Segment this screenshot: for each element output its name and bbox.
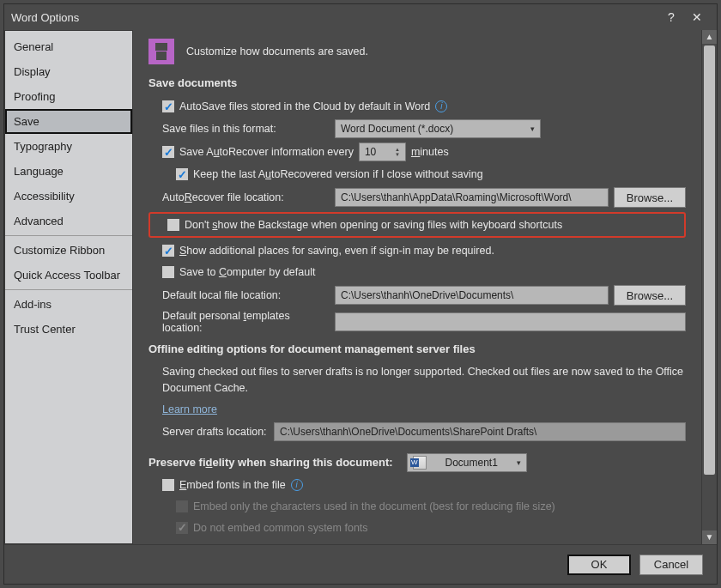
row-default-local: Default local file location: C:\Users\th… (148, 285, 686, 306)
input-templates[interactable] (335, 312, 686, 331)
label-embed-fonts: Embed fonts in the file (179, 479, 286, 491)
sidebar-item-save[interactable]: Save (5, 109, 132, 134)
help-button[interactable]: ? (658, 10, 684, 24)
content-wrap: Customize how documents are saved. Save … (133, 30, 717, 544)
chevron-down-icon: ▾ (530, 124, 535, 133)
label-server-drafts: Server drafts location: (162, 426, 269, 438)
row-no-common: Do not embed common system fonts (148, 519, 686, 536)
cancel-button[interactable]: Cancel (639, 555, 703, 575)
row-embed-fonts: Embed fonts in the file (148, 476, 686, 494)
sidebar-item-trust-center[interactable]: Trust Center (5, 317, 132, 342)
input-autorecover-value: 10 (365, 146, 376, 158)
label-no-common: Do not embed common system fonts (193, 522, 368, 534)
input-server-drafts: C:\Users\thanh\OneDrive\Documents\ShareP… (274, 422, 686, 441)
row-autorecover-location: AutoRecover file location: C:\Users\than… (148, 187, 686, 208)
select-file-format-value: Word Document (*.docx) (341, 123, 453, 135)
section-save-documents: Save documents (148, 76, 686, 89)
row-save-to-computer: Save to Computer by default (148, 264, 686, 281)
label-autorecover-location: AutoRecover file location: (162, 191, 330, 203)
row-show-additional: Show additional places for saving, even … (148, 242, 686, 259)
label-minutes: minutes (411, 146, 449, 158)
checkbox-embed-fonts[interactable] (162, 479, 174, 491)
sidebar-item-language[interactable]: Language (5, 159, 132, 184)
label-templates: Default personal templates location: (162, 310, 330, 334)
page-header: Customize how documents are saved. (148, 39, 686, 64)
close-button[interactable]: ✕ (684, 10, 710, 24)
sidebar-item-general[interactable]: General (5, 34, 132, 59)
window-title: Word Options (11, 11, 658, 24)
label-save-to-computer: Save to Computer by default (179, 266, 315, 278)
input-autorecover-minutes[interactable]: 10 ▲▼ (359, 142, 406, 161)
checkbox-embed-only (176, 500, 188, 512)
row-dont-show-backstage: Don't show the Backstage when opening or… (154, 216, 681, 233)
row-embed-only: Embed only the characters used in the do… (148, 498, 686, 515)
sidebar-divider (5, 235, 132, 236)
row-file-format: Save files in this format: Word Document… (148, 119, 686, 138)
input-default-local[interactable]: C:\Users\thanh\OneDrive\Documents\ (335, 286, 609, 305)
sidebar-item-advanced[interactable]: Advanced (5, 209, 132, 233)
dialog-footer: OK Cancel (4, 544, 717, 584)
sidebar: GeneralDisplayProofingSaveTypographyLang… (4, 30, 133, 544)
label-autosave-cloud: AutoSave files stored in the Cloud by de… (179, 100, 430, 112)
label-dont-show-backstage: Don't show the Backstage when opening or… (185, 219, 562, 231)
word-options-dialog: Word Options ? ✕ GeneralDisplayProofingS… (3, 3, 718, 585)
label-default-local: Default local file location: (162, 289, 330, 301)
sidebar-item-add-ins[interactable]: Add-ins (5, 292, 132, 317)
document-icon (413, 456, 427, 470)
info-icon[interactable] (435, 100, 447, 112)
scrollbar[interactable]: ▲ ▼ (701, 30, 717, 544)
row-keep-last: Keep the last AutoRecovered version if I… (148, 166, 686, 183)
row-templates: Default personal templates location: (148, 310, 686, 334)
highlighted-option: Don't show the Backstage when opening or… (148, 212, 686, 238)
save-disk-icon (148, 39, 174, 64)
sidebar-item-proofing[interactable]: Proofing (5, 84, 132, 109)
page-header-text: Customize how documents are saved. (186, 45, 368, 58)
checkbox-autosave-cloud[interactable] (162, 100, 174, 112)
ok-button[interactable]: OK (567, 555, 631, 575)
checkbox-no-common (176, 522, 188, 534)
scroll-up-arrow[interactable]: ▲ (702, 30, 717, 44)
offline-note: Saving checked out files to server draft… (148, 364, 686, 397)
checkbox-dont-show-backstage[interactable] (167, 219, 179, 231)
label-keep-last: Keep the last AutoRecovered version if I… (193, 168, 483, 180)
dialog-body: GeneralDisplayProofingSaveTypographyLang… (4, 30, 717, 544)
row-autosave-cloud: AutoSave files stored in the Cloud by de… (148, 98, 686, 115)
label-embed-only: Embed only the characters used in the do… (193, 500, 555, 512)
browse-autorecover-button[interactable]: Browse... (614, 187, 686, 208)
select-file-format[interactable]: Word Document (*.docx) ▾ (335, 119, 541, 138)
scroll-thumb[interactable] (704, 45, 715, 475)
row-server-drafts: Server drafts location: C:\Users\thanh\O… (148, 422, 686, 441)
info-icon[interactable] (291, 479, 303, 491)
input-autorecover-location[interactable]: C:\Users\thanh\AppData\Roaming\Microsoft… (335, 188, 609, 207)
checkbox-save-to-computer[interactable] (162, 266, 174, 278)
label-file-format: Save files in this format: (162, 123, 330, 135)
section-preserve: Preserve fidelity when sharing this docu… (148, 456, 393, 469)
content-area: Customize how documents are saved. Save … (133, 30, 701, 544)
scroll-down-arrow[interactable]: ▼ (702, 530, 717, 544)
sidebar-item-typography[interactable]: Typography (5, 134, 132, 159)
checkbox-show-additional[interactable] (162, 245, 174, 257)
row-autorecover: Save AutoRecover information every 10 ▲▼… (148, 142, 686, 161)
select-document[interactable]: Document1 ▾ (407, 453, 527, 472)
sidebar-divider (5, 289, 132, 290)
sidebar-item-display[interactable]: Display (5, 59, 132, 84)
sidebar-item-customize-ribbon[interactable]: Customize Ribbon (5, 238, 132, 263)
label-autorecover: Save AutoRecover information every (179, 146, 354, 158)
label-show-additional: Show additional places for saving, even … (179, 245, 494, 257)
row-learn-more: Learn more (148, 401, 686, 418)
section-offline: Offline editing options for document man… (148, 342, 686, 355)
section-preserve-row: Preserve fidelity when sharing this docu… (148, 453, 686, 472)
sidebar-item-accessibility[interactable]: Accessibility (5, 184, 132, 209)
titlebar: Word Options ? ✕ (4, 4, 717, 30)
select-document-value: Document1 (445, 457, 497, 469)
chevron-down-icon: ▾ (517, 458, 521, 467)
sidebar-item-quick-access-toolbar[interactable]: Quick Access Toolbar (5, 263, 132, 288)
checkbox-autorecover[interactable] (162, 146, 174, 158)
browse-default-local-button[interactable]: Browse... (614, 285, 686, 306)
learn-more-link[interactable]: Learn more (162, 403, 217, 415)
checkbox-keep-last[interactable] (176, 168, 188, 180)
